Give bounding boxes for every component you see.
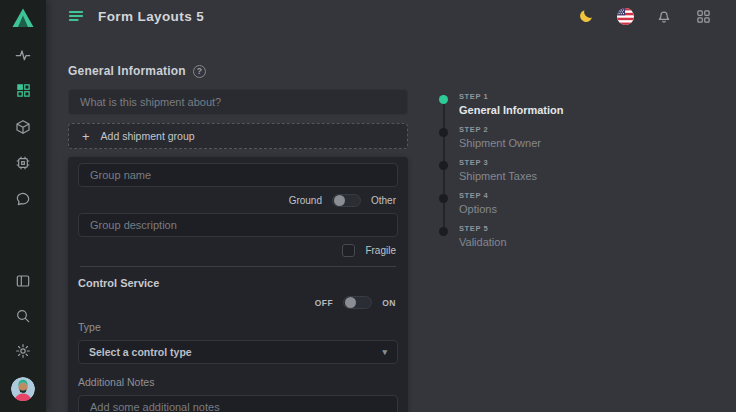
ground-other-toggle-row: Ground Other: [80, 194, 396, 207]
section-title: General Information: [68, 64, 186, 78]
step-title: Options: [459, 203, 497, 215]
cube-icon[interactable]: [15, 118, 32, 135]
control-service-title: Control Service: [78, 277, 398, 289]
stepper-step-5: STEP 5 Validation: [439, 224, 564, 257]
step-title: Shipment Owner: [459, 137, 541, 149]
user-avatar[interactable]: [11, 377, 35, 401]
step-text: STEP 4 Options: [459, 191, 497, 224]
ground-label: Ground: [289, 195, 322, 206]
step-text: STEP 2 Shipment Owner: [459, 125, 541, 158]
sidebar-nav: [15, 46, 32, 207]
step-label: STEP 2: [459, 125, 541, 134]
help-icon[interactable]: ?: [193, 65, 206, 78]
topbar: Form Layouts 5: [46, 0, 736, 32]
card-divider: [80, 266, 396, 267]
step-text: STEP 5 Validation: [459, 224, 507, 257]
activity-icon[interactable]: [15, 46, 32, 63]
step-text: STEP 1 General Information: [459, 92, 564, 125]
step-label: STEP 4: [459, 191, 497, 200]
page-title: Form Layouts 5: [98, 9, 204, 24]
off-label: OFF: [315, 298, 334, 308]
form-column: General Information ? + Add shipment gro…: [68, 64, 408, 412]
add-shipment-group-label: Add shipment group: [101, 130, 195, 142]
step-label: STEP 5: [459, 224, 507, 233]
off-on-toggle-row: OFF ON: [80, 296, 396, 309]
menu-toggle-button[interactable]: [68, 9, 84, 23]
chat-icon[interactable]: [15, 190, 32, 207]
stepper-step-2: STEP 2 Shipment Owner: [439, 125, 564, 158]
fragile-label: Fragile: [365, 245, 396, 256]
step-label: STEP 1: [459, 92, 564, 101]
chip-icon[interactable]: [15, 154, 32, 171]
add-shipment-group-button[interactable]: + Add shipment group: [68, 123, 408, 149]
off-on-toggle[interactable]: [343, 296, 372, 309]
group-description-input[interactable]: [78, 213, 398, 237]
app-logo[interactable]: [10, 5, 36, 31]
toggle-knob: [345, 297, 356, 308]
additional-notes-label: Additional Notes: [78, 376, 398, 388]
stepper-step-3: STEP 3 Shipment Taxes: [439, 158, 564, 191]
avatar-image-icon: [11, 377, 35, 401]
step-dot-active: [439, 95, 448, 104]
control-type-select[interactable]: Select a control type ▾: [78, 340, 398, 364]
chevron-down-icon: ▾: [382, 347, 387, 357]
triangle-logo-icon: [11, 6, 35, 30]
step-dot: [439, 161, 448, 170]
sidebar-bottom: [0, 272, 46, 401]
other-label: Other: [371, 195, 396, 206]
step-text: STEP 3 Shipment Taxes: [459, 158, 537, 191]
additional-notes-input[interactable]: [78, 395, 398, 412]
plus-icon: +: [82, 130, 90, 143]
shipment-group-card: Ground Other Fragile Control Service OFF…: [68, 157, 408, 412]
step-title: Validation: [459, 236, 507, 248]
type-label: Type: [78, 321, 398, 333]
step-dot: [439, 227, 448, 236]
step-title: General Information: [459, 104, 564, 116]
fragile-checkbox[interactable]: [342, 244, 355, 257]
on-label: ON: [382, 298, 396, 308]
sidebar: [0, 0, 46, 412]
stepper-step-1: STEP 1 General Information: [439, 92, 564, 125]
step-label: STEP 3: [459, 158, 537, 167]
step-title: Shipment Taxes: [459, 170, 537, 182]
control-type-value: Select a control type: [89, 346, 192, 358]
menu-icon: [68, 9, 84, 23]
search-icon[interactable]: [15, 307, 32, 324]
step-dot: [439, 128, 448, 137]
shipment-about-input[interactable]: [68, 89, 408, 115]
stepper-step-4: STEP 4 Options: [439, 191, 564, 224]
language-us-flag-icon[interactable]: [616, 7, 634, 25]
theme-moon-icon[interactable]: [577, 7, 595, 25]
grid-icon[interactable]: [15, 82, 32, 99]
step-dot: [439, 194, 448, 203]
app-root: Form Layouts 5: [0, 0, 736, 412]
layout-panel-icon[interactable]: [15, 272, 32, 289]
section-heading: General Information ?: [68, 64, 408, 78]
topbar-actions: [577, 7, 712, 25]
fragile-row: Fragile: [80, 244, 396, 257]
gear-icon[interactable]: [15, 342, 32, 359]
wizard-stepper: STEP 1 General Information STEP 2 Shipme…: [439, 92, 564, 257]
ground-other-toggle[interactable]: [332, 194, 361, 207]
toggle-knob: [334, 195, 345, 206]
apps-grid-icon[interactable]: [694, 7, 712, 25]
group-name-input[interactable]: [78, 163, 398, 187]
notifications-bell-icon[interactable]: [655, 7, 673, 25]
